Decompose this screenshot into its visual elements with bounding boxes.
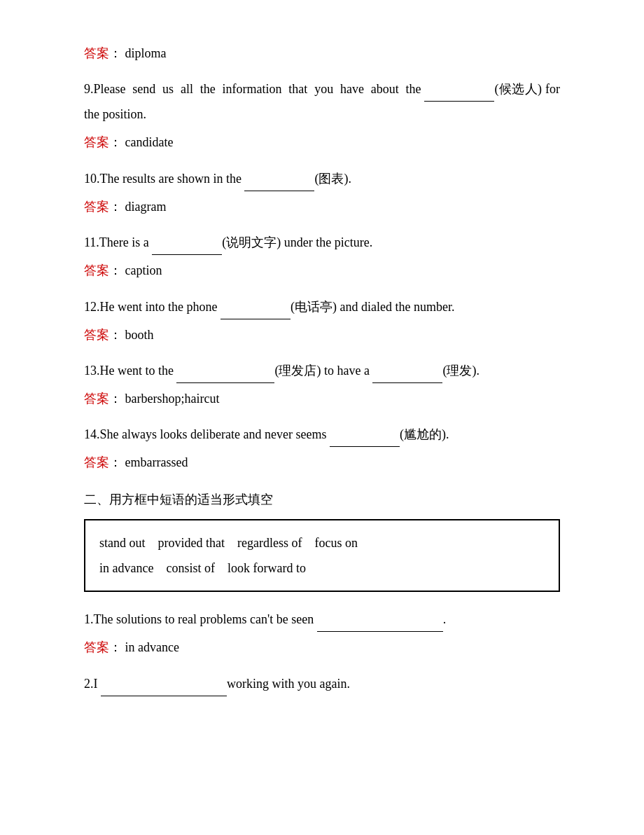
answer-label-diploma: 答案 (84, 46, 109, 60)
colon-diploma: ： (109, 46, 122, 60)
answer-11: 答案： caption (84, 259, 560, 282)
section-2-title: 二、用方框中短语的适当形式填空 (84, 488, 560, 511)
answer-12: 答案： booth (84, 324, 560, 346)
blank-sec2-2 (101, 670, 227, 696)
colon-12: ： (109, 328, 122, 342)
answer-label-11: 答案 (84, 263, 109, 277)
answer-diploma: 答案： diploma (84, 42, 560, 64)
colon-11: ： (109, 263, 122, 277)
question-12: 12.He went into the phone (电话亭) and dial… (84, 294, 560, 319)
answer-label-sec2-1: 答案 (84, 640, 109, 654)
question-13: 13.He went to the (理发店) to have a (理发). (84, 357, 560, 383)
question-10: 10.The results are shown in the (图表). (84, 165, 560, 191)
word-box-line1: stand out provided that regardless of fo… (99, 530, 545, 555)
word-box-line2: in advance consist of look forward to (99, 555, 545, 581)
colon-13: ： (109, 392, 122, 406)
answer-9: 答案： candidate (84, 131, 560, 153)
colon-9: ： (109, 135, 122, 149)
answer-label-13: 答案 (84, 392, 109, 406)
question-14: 14.She always looks deliberate and never… (84, 421, 560, 447)
sec2-question-1: 1.The solutions to real problems can't b… (84, 606, 560, 632)
content-area: 答案： diploma 9.Please send us all the inf… (84, 42, 560, 696)
blank-11 (152, 229, 222, 255)
blank-12 (220, 294, 290, 319)
answer-text-diploma: diploma (122, 46, 167, 60)
blank-10 (244, 165, 314, 191)
answer-13: 答案： barbershop;haircut (84, 387, 560, 410)
hint-13a: (理发店) (274, 364, 321, 378)
answer-text-sec2-1: in advance (122, 640, 179, 654)
colon-14: ： (109, 455, 122, 469)
sec2-question-2: 2.I working with you again. (84, 670, 560, 696)
word-box: stand out provided that regardless of fo… (84, 519, 560, 592)
answer-text-12: booth (122, 328, 154, 342)
blank-13a (176, 357, 274, 383)
answer-label-12: 答案 (84, 328, 109, 342)
answer-label-9: 答案 (84, 135, 109, 149)
hint-13b: (理发) (442, 364, 476, 378)
answer-sec2-1: 答案： in advance (84, 636, 560, 658)
hint-11: (说明文字) (222, 235, 281, 249)
blank-9 (424, 76, 494, 102)
blank-13b (372, 357, 442, 383)
colon-10: ： (109, 200, 122, 214)
hint-10: (图表) (314, 172, 348, 186)
blank-14 (330, 421, 400, 447)
answer-label-14: 答案 (84, 455, 109, 469)
colon-sec2-1: ： (109, 640, 122, 654)
answer-text-13: barbershop;haircut (122, 392, 219, 406)
answer-text-10: diagram (122, 200, 166, 214)
blank-sec2-1 (317, 606, 443, 632)
answer-10: 答案： diagram (84, 195, 560, 218)
hint-9: (候选人) (494, 82, 542, 96)
answer-14: 答案： embarrassed (84, 451, 560, 474)
hint-14: (尴尬的) (400, 427, 446, 441)
answer-text-9: candidate (122, 135, 173, 149)
question-11: 11.There is a (说明文字) under the picture. (84, 229, 560, 255)
answer-text-11: caption (122, 263, 162, 277)
question-9: 9.Please send us all the information tha… (84, 76, 560, 127)
hint-12: (电话亭) (290, 300, 337, 314)
answer-label-10: 答案 (84, 200, 109, 214)
answer-text-14: embarrassed (122, 455, 188, 469)
